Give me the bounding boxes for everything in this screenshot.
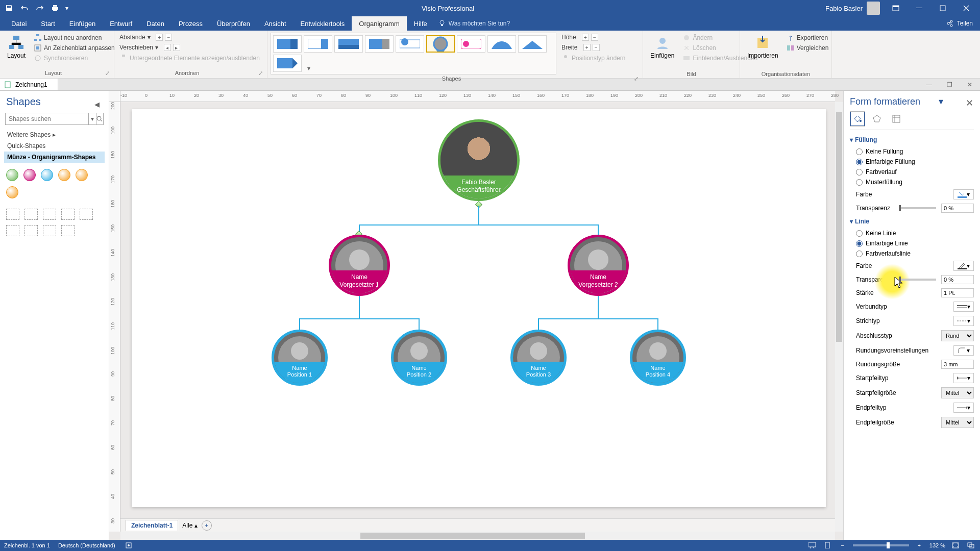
horizontal-scrollbar[interactable] xyxy=(120,532,835,540)
import-button[interactable]: Importieren xyxy=(743,33,782,61)
export-button[interactable]: Exportieren xyxy=(785,33,831,43)
shapes-search-input[interactable] xyxy=(6,113,88,124)
collapse-panel-button[interactable]: ◂ xyxy=(94,98,103,106)
solid-fill-radio[interactable]: Einfarbige Füllung xyxy=(850,157,974,167)
line-transparency-input[interactable] xyxy=(941,275,974,284)
cap-type-select[interactable]: Rund xyxy=(941,330,974,341)
spacing-plus[interactable]: + xyxy=(156,34,163,41)
close-pane-button[interactable]: ✕ xyxy=(966,97,974,106)
line-color-picker[interactable]: ▾ xyxy=(953,261,974,271)
height-minus[interactable]: − xyxy=(591,34,598,41)
menu-tab-daten[interactable]: Daten xyxy=(139,16,172,31)
fill-section-header[interactable]: ▾ Füllung xyxy=(850,133,974,146)
close-button[interactable] xyxy=(954,0,978,16)
move-left[interactable]: ◂ xyxy=(164,44,171,51)
org-node-ceo[interactable]: Fabio BaslerGeschäftsführer xyxy=(438,119,520,201)
stencil-shape-8[interactable] xyxy=(43,225,56,236)
stencil-shape-7[interactable] xyxy=(24,225,38,236)
fill-transparency-slider[interactable] xyxy=(899,207,937,209)
stencil-shape-2[interactable] xyxy=(24,209,38,220)
maximize-button[interactable] xyxy=(931,0,954,16)
zoom-level[interactable]: 132 % xyxy=(929,542,945,548)
stencil-shape-1[interactable] xyxy=(6,209,19,220)
palette-shape-1[interactable] xyxy=(6,169,18,181)
quick-shapes-item[interactable]: Quick-Shapes xyxy=(4,140,105,152)
shape-style-3[interactable] xyxy=(334,35,363,53)
rounding-size-input[interactable] xyxy=(941,360,974,369)
menu-tab-hilfe[interactable]: Hilfe xyxy=(407,16,434,31)
user-account[interactable]: Fabio Basler xyxy=(825,2,880,15)
menu-tab-organigramm[interactable]: Organigramm xyxy=(352,16,406,31)
solid-line-radio[interactable]: Einfarbige Linie xyxy=(850,238,974,248)
shape-style-7[interactable] xyxy=(457,35,485,53)
no-line-radio[interactable]: Keine Linie xyxy=(850,228,974,238)
page-width-button[interactable] xyxy=(822,541,832,550)
ribbon-display-button[interactable] xyxy=(884,0,908,16)
pane-options-button[interactable]: ▾ xyxy=(939,96,943,107)
end-size-select[interactable]: Mittel xyxy=(941,417,974,428)
zoom-out-button[interactable]: − xyxy=(838,541,848,550)
org-node-pos4[interactable]: NamePosition 4 xyxy=(630,330,686,386)
presentation-mode-button[interactable] xyxy=(807,541,817,550)
move-button[interactable]: Verschieben ▾ ◂▸ xyxy=(117,43,264,52)
doc-minimize-button[interactable]: — xyxy=(919,81,939,88)
begin-size-select[interactable]: Mittel xyxy=(941,387,974,398)
org-node-mgr2[interactable]: NameVorgesetzter 2 xyxy=(568,235,629,296)
spacing-button[interactable]: Abstände ▾ +− xyxy=(117,33,264,42)
menu-tab-einfügen[interactable]: Einfügen xyxy=(62,16,103,31)
all-pages-button[interactable]: Alle ▴ xyxy=(182,522,197,529)
relayout-button[interactable]: Layout neu anordnen xyxy=(32,33,117,43)
scrollbar-thumb[interactable] xyxy=(836,112,842,342)
org-node-pos3[interactable]: NamePosition 3 xyxy=(510,330,567,386)
rounding-preset-picker[interactable]: ▾ xyxy=(953,345,974,356)
gradient-line-radio[interactable]: Farbverlaufslinie xyxy=(850,248,974,259)
zoom-slider[interactable] xyxy=(853,544,909,546)
width-control[interactable]: Breite +− xyxy=(559,43,627,52)
pan-zoom-button[interactable] xyxy=(966,541,976,550)
more-shapes-item[interactable]: Weitere Shapes ▸ xyxy=(4,129,105,140)
insert-picture-button[interactable]: Einfügen xyxy=(646,33,678,63)
dash-type-picker[interactable]: ▾ xyxy=(953,316,974,326)
width-minus[interactable]: − xyxy=(593,44,600,51)
move-right[interactable]: ▸ xyxy=(173,44,180,51)
stencil-shape-3[interactable] xyxy=(43,209,56,220)
shape-style-4[interactable] xyxy=(365,35,394,53)
redo-button[interactable] xyxy=(33,1,47,15)
shape-style-10[interactable] xyxy=(273,55,302,72)
share-button[interactable]: Teilen xyxy=(940,16,980,31)
stencil-shape-6[interactable] xyxy=(6,225,19,236)
doc-close-button[interactable]: ✕ xyxy=(960,81,980,88)
add-page-button[interactable]: + xyxy=(202,520,212,531)
scrollbar-thumb[interactable] xyxy=(360,533,585,539)
stencil-shape-9[interactable] xyxy=(61,225,75,236)
shape-style-1[interactable] xyxy=(273,35,302,53)
palette-shape-5[interactable] xyxy=(76,169,88,181)
menu-tab-start[interactable]: Start xyxy=(34,16,62,31)
layout-launcher[interactable]: ⤢ xyxy=(104,70,111,77)
canvas[interactable]: -100102030405060708090100110120130140150… xyxy=(109,91,843,540)
menu-tab-überprüfen[interactable]: Überprüfen xyxy=(210,16,257,31)
effects-tab[interactable] xyxy=(869,111,885,127)
menu-tab-ansicht[interactable]: Ansicht xyxy=(257,16,293,31)
macro-record-button[interactable] xyxy=(124,541,134,550)
language-status[interactable]: Deutsch (Deutschland) xyxy=(58,542,115,548)
document-tab[interactable]: Zeichnung1 xyxy=(0,79,58,90)
layout-button[interactable]: Layout xyxy=(3,33,30,63)
no-fill-radio[interactable]: Keine Füllung xyxy=(850,146,974,157)
line-section-header[interactable]: ▾ Linie xyxy=(850,215,974,228)
shape-style-9[interactable] xyxy=(518,35,547,53)
height-plus[interactable]: + xyxy=(582,34,589,41)
height-control[interactable]: Höhe +− xyxy=(559,33,627,42)
doc-restore-button[interactable]: ❐ xyxy=(939,81,960,88)
size-tab[interactable] xyxy=(889,111,904,127)
begin-arrow-picker[interactable]: ▾ xyxy=(953,373,974,383)
search-dropdown-button[interactable]: ▾ xyxy=(88,113,96,124)
fit-window-button[interactable] xyxy=(950,541,961,550)
undo-button[interactable] xyxy=(17,1,32,15)
compare-button[interactable]: Vergleichen xyxy=(785,43,831,53)
palette-shape-2[interactable] xyxy=(23,169,36,181)
shapes-launcher[interactable]: ⤢ xyxy=(632,76,640,83)
shape-style-6-selected[interactable] xyxy=(426,35,455,53)
menu-tab-entwicklertools[interactable]: Entwicklertools xyxy=(293,16,352,31)
fill-color-picker[interactable]: ▾ xyxy=(953,189,974,199)
